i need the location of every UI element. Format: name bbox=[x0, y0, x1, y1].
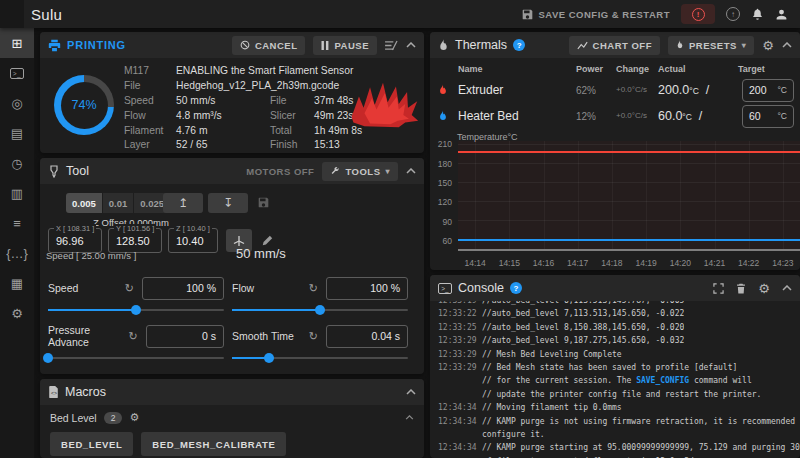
help-icon[interactable]: ? bbox=[513, 39, 525, 51]
console-log[interactable]: 12:33:19//auto_bed_level 6,113.513,145.7… bbox=[430, 294, 800, 458]
speed-input[interactable]: 100 % bbox=[142, 277, 224, 300]
console-message: // for the current session. The SAVE_CON… bbox=[482, 374, 752, 387]
speed-slider-thumb[interactable] bbox=[131, 305, 141, 315]
save-z-offset-icon[interactable] bbox=[258, 197, 269, 208]
pressure-advance-input[interactable]: 0 s bbox=[146, 325, 224, 348]
motors-off-button[interactable]: MOTORS OFF bbox=[246, 166, 314, 177]
chevron-down-icon: ▾ bbox=[742, 41, 747, 50]
sidebar-item-gcode-files[interactable]: ▤ bbox=[0, 118, 34, 148]
smooth-time-slider[interactable] bbox=[232, 357, 408, 359]
sidebar-item-dashboard[interactable]: ⊞ bbox=[0, 28, 34, 58]
console-settings-gear-icon[interactable]: ⚙ bbox=[758, 282, 770, 295]
help-icon[interactable]: ? bbox=[510, 282, 522, 294]
macro-group-row[interactable]: Bed Level 2 ⚙ bbox=[40, 405, 424, 430]
smooth-time-input[interactable]: 0.04 s bbox=[326, 325, 408, 348]
macro-button-bed_mesh_calibrate[interactable]: BED_MESH_CALIBRATE bbox=[141, 432, 286, 456]
grid-line bbox=[578, 141, 579, 249]
console-timestamp: 12:33:29 bbox=[438, 334, 482, 347]
stat-label: Slicer bbox=[270, 110, 314, 123]
collapse-panel-icon[interactable] bbox=[782, 42, 792, 48]
y-tick-label: 120 bbox=[438, 197, 452, 207]
sidebar-item-heightmap[interactable]: ◎ bbox=[0, 88, 34, 118]
print-progress-ring: 74% bbox=[54, 75, 114, 135]
pressure-advance-slider-block: Pressure Advance↻0 s bbox=[48, 324, 224, 359]
exclude-object-icon[interactable] bbox=[385, 40, 398, 51]
sidebar-item-timelapse[interactable]: ▥ bbox=[0, 178, 34, 208]
pressure-advance-slider[interactable] bbox=[48, 357, 224, 359]
reset-icon[interactable]: ↻ bbox=[309, 330, 318, 343]
sidebar-item-tune[interactable]: ≡ bbox=[0, 208, 34, 238]
console-message: // Mesh Bed Leveling Complete bbox=[482, 348, 622, 361]
collapse-panel-icon[interactable] bbox=[406, 42, 416, 48]
pause-print-button[interactable]: PAUSE bbox=[313, 36, 377, 55]
presets-flame-icon bbox=[676, 40, 684, 50]
flow-slider-thumb[interactable] bbox=[315, 305, 325, 315]
sidebar-item-console[interactable]: >_ bbox=[0, 58, 34, 88]
save-config-restart-button[interactable]: SAVE CONFIG & RESTART bbox=[522, 9, 670, 20]
smooth-time-slider-thumb[interactable] bbox=[264, 353, 274, 363]
reset-icon[interactable]: ↻ bbox=[309, 282, 318, 295]
printer-name: Sulu bbox=[31, 6, 62, 23]
sidebar-item-history[interactable]: ◷ bbox=[0, 148, 34, 178]
target-temp-input[interactable]: 200°C bbox=[742, 79, 794, 102]
z-offset-down-button[interactable]: ↧ bbox=[208, 193, 248, 213]
timelapse-icon: ▥ bbox=[11, 186, 23, 201]
sidebar-item-machine[interactable]: ▦ bbox=[0, 268, 34, 298]
heater-name: Extruder bbox=[458, 83, 576, 97]
speed-slider[interactable] bbox=[48, 309, 224, 311]
print-progress-value: 74% bbox=[61, 82, 108, 129]
flow-input[interactable]: 100 % bbox=[326, 277, 408, 300]
chart-title: Temperature°C bbox=[457, 132, 518, 142]
macro-group-name: Bed Level bbox=[50, 412, 97, 424]
x-tick-label: 14:21 bbox=[704, 258, 725, 268]
heaters-header-row: NamePowerChangeActualTarget bbox=[438, 60, 796, 77]
heater-flame-icon bbox=[438, 110, 458, 122]
console-message: // KAMP purge starting at 95.00099999999… bbox=[482, 441, 800, 454]
collapse-group-icon[interactable] bbox=[405, 415, 414, 420]
reset-icon[interactable]: ↻ bbox=[128, 330, 137, 343]
target-temp-input[interactable]: 60°C bbox=[742, 105, 794, 128]
stat-value: 50 mm/s bbox=[176, 95, 270, 108]
braces-icon: {…} bbox=[6, 246, 28, 261]
heater-power: 12% bbox=[576, 111, 616, 122]
x-tick-label: 14:19 bbox=[635, 258, 656, 268]
flow-slider[interactable] bbox=[232, 309, 408, 311]
console-line: 12:33:29//auto_bed_level 9,187.275,145.6… bbox=[438, 334, 800, 347]
flow-slider-block: Flow↻100 % bbox=[232, 276, 408, 311]
sidebar-item-settings[interactable]: ⚙ bbox=[0, 298, 34, 328]
console-timestamp: 12:34:34 bbox=[438, 441, 482, 454]
babystep-button-0.005[interactable]: 0.005 bbox=[66, 193, 103, 213]
macro-button-bed_level[interactable]: BED_LEVEL bbox=[50, 432, 133, 456]
z-offset-up-button[interactable]: ↥ bbox=[163, 193, 203, 213]
chart-toggle-button[interactable]: CHART OFF bbox=[569, 36, 660, 55]
update-available-icon[interactable]: ↑ bbox=[726, 7, 740, 21]
sidebar-item-config[interactable]: {…} bbox=[0, 238, 34, 268]
console-message: // KAMP purge is not using firmware retr… bbox=[482, 415, 800, 428]
macro-settings-gear-icon[interactable]: ⚙ bbox=[129, 412, 139, 423]
console-message: //auto_bed_level 9,187.275,145.650, -0.0… bbox=[482, 334, 684, 347]
y-tick-label: 180 bbox=[438, 159, 452, 169]
clear-console-trash-icon[interactable] bbox=[736, 283, 746, 294]
console-message: // Bed Mesh state has been saved to prof… bbox=[482, 361, 737, 374]
position-z-field[interactable]: Z [ 10.40 ] 10.40 bbox=[168, 228, 218, 253]
babystep-button-0.01[interactable]: 0.01 bbox=[103, 193, 135, 213]
cancel-print-button[interactable]: CANCEL bbox=[232, 36, 306, 55]
x-tick-label: 14:18 bbox=[601, 258, 622, 268]
tools-menu-button[interactable]: TOOLS ▾ bbox=[322, 162, 398, 181]
collapse-panel-icon[interactable] bbox=[406, 389, 416, 395]
expand-console-icon[interactable] bbox=[713, 283, 724, 294]
emergency-stop-button[interactable]: ! bbox=[681, 4, 715, 24]
pressure-advance-slider-thumb[interactable] bbox=[43, 353, 53, 363]
print-thumbnail bbox=[346, 76, 420, 132]
user-icon[interactable] bbox=[775, 8, 788, 21]
collapse-panel-icon[interactable] bbox=[782, 285, 792, 291]
collapse-panel-icon[interactable] bbox=[406, 168, 416, 174]
heater-name: Heater Bed bbox=[458, 109, 576, 123]
notifications-icon[interactable] bbox=[751, 8, 764, 21]
console-message: // Moving filament tip 0.0mms bbox=[482, 401, 622, 414]
wrench-icon bbox=[330, 166, 340, 176]
presets-button[interactable]: PRESETS ▾ bbox=[668, 36, 754, 55]
reset-icon[interactable]: ↻ bbox=[125, 282, 134, 295]
x-tick-label: 14:15 bbox=[499, 258, 520, 268]
thermals-settings-gear-icon[interactable]: ⚙ bbox=[762, 39, 774, 52]
